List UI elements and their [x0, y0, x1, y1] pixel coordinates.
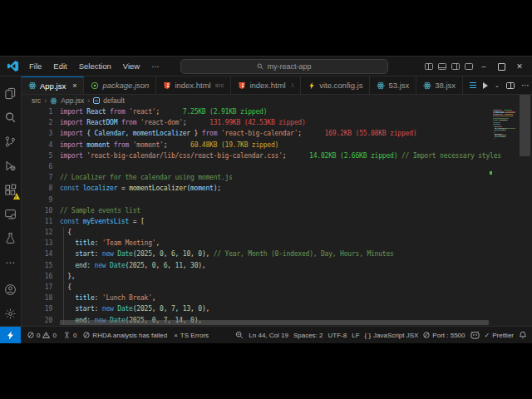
line-number[interactable]: 9 — [22, 195, 60, 205]
minimap[interactable] — [493, 110, 515, 139]
prettier-status[interactable]: ✓ Prettier — [485, 332, 515, 339]
remote-explorer-icon[interactable] — [0, 202, 22, 226]
settings-gear-icon[interactable] — [0, 302, 22, 326]
more-views-icon[interactable]: ⋯ — [0, 250, 22, 274]
code-editor[interactable]: 1import React from 'react'; 7.25KB (2.91… — [22, 106, 532, 326]
line-number[interactable]: 4 — [22, 140, 60, 150]
indentation-status[interactable]: Spaces: 2 — [293, 332, 323, 339]
line-number[interactable]: 18 — [22, 293, 60, 303]
menu-view[interactable]: View — [118, 60, 145, 72]
menu-file[interactable]: File — [24, 60, 47, 72]
rhda-status[interactable]: RHDA analysis has failed — [83, 332, 167, 339]
breadcrumb-file[interactable]: App.jsx — [61, 96, 84, 105]
code-line[interactable]: 19 start: new Date(2025, 0, 7, 13, 0), — [22, 303, 532, 314]
menu-more[interactable]: ⋯ — [146, 60, 165, 72]
tab-38-jsx[interactable]: 38.jsx — [416, 76, 463, 94]
maximize-button[interactable] — [498, 63, 505, 71]
line-number[interactable]: 17 — [22, 282, 60, 293]
line-number[interactable]: 5 — [22, 150, 60, 161]
line-number[interactable]: 7 — [22, 172, 60, 183]
code-line[interactable]: 6 — [22, 161, 532, 172]
gremlin-face-icon[interactable] — [470, 331, 480, 339]
ts-errors-status[interactable]: × TS Errors — [174, 332, 209, 339]
line-number[interactable]: 19 — [22, 303, 60, 314]
code-line[interactable]: 11const myEventsList = [ — [22, 216, 532, 227]
explorer-icon[interactable] — [0, 81, 22, 106]
breadcrumb-src[interactable]: src — [32, 96, 41, 105]
line-number[interactable]: 1 — [22, 106, 60, 117]
code-line[interactable]: 13 title: 'Team Meeting', — [22, 238, 532, 249]
menu-edit[interactable]: Edit — [48, 60, 71, 72]
problems-status[interactable]: 0 0 — [27, 332, 57, 339]
menu-selection[interactable]: Selection — [74, 60, 116, 72]
line-number[interactable]: 10 — [22, 205, 60, 216]
chevron-down-icon[interactable]: ⌄ — [495, 82, 500, 89]
code-line[interactable]: 9 — [22, 195, 532, 205]
language-label: JavaScript JSX — [373, 332, 418, 339]
tab-package-json[interactable]: package.json — [84, 76, 156, 94]
code-line[interactable]: 12 { — [22, 227, 532, 238]
code-line[interactable]: 18 title: 'Lunch Break', — [22, 293, 532, 303]
bell-icon[interactable] — [519, 331, 527, 339]
horizontal-scrollbar[interactable] — [60, 320, 489, 325]
tab-index-html-src[interactable]: index.html src — [156, 76, 231, 94]
account-icon[interactable] — [0, 278, 22, 302]
code-line[interactable]: 15 end: new Date(2025, 0, 6, 11, 30), — [22, 260, 532, 271]
search-sidebar-icon[interactable] — [0, 106, 22, 130]
encoding-status[interactable]: UTF-8 — [328, 332, 347, 339]
breadcrumb-symbol[interactable]: default — [103, 96, 125, 105]
command-center-search[interactable]: my-react-app — [180, 59, 388, 74]
code-line[interactable]: 8const localizer = momentLocalizer(momen… — [22, 183, 532, 194]
line-number[interactable]: 6 — [22, 161, 60, 172]
tab-app-jsx[interactable]: App.jsx × — [22, 76, 84, 94]
extensions-icon[interactable] — [0, 178, 22, 202]
code-line[interactable]: 4import moment from 'moment'; 60.48KB (1… — [22, 140, 532, 150]
split-editor-icon[interactable] — [506, 82, 515, 89]
testing-icon[interactable] — [0, 226, 22, 250]
line-number[interactable]: 3 — [22, 128, 60, 139]
code-line[interactable]: 17 { — [22, 282, 532, 293]
cursor-position[interactable]: Ln 44, Col 19 — [249, 332, 288, 339]
tab-vite-config[interactable]: vite.config.js — [301, 76, 370, 94]
tab-53-jsx[interactable]: 53.jsx — [370, 76, 416, 94]
live-server-port[interactable]: Port : 5500 — [423, 332, 465, 339]
toggle-sidebar-icon[interactable] — [425, 63, 433, 70]
toggle-secondary-sidebar-icon[interactable] — [451, 63, 460, 70]
minimize-button[interactable]: – — [478, 62, 490, 71]
eol-status[interactable]: LF — [352, 332, 359, 339]
language-mode[interactable]: { } JavaScript JSX — [365, 332, 419, 339]
close-button[interactable]: ✕ — [514, 62, 525, 71]
ports-status[interactable]: 0 — [63, 332, 76, 339]
code-line[interactable]: 3import { Calendar, momentLocalizer } fr… — [22, 128, 532, 139]
line-number[interactable]: 15 — [22, 260, 60, 271]
line-number[interactable]: 14 — [22, 249, 60, 259]
code-line[interactable]: 16 }, — [22, 271, 532, 282]
code-line[interactable]: 14 start: new Date(2025, 0, 6, 10, 0), /… — [22, 249, 532, 259]
vertical-scrollbar[interactable] — [520, 95, 530, 156]
tab-index-html-root[interactable]: index.html .\ — [231, 76, 301, 94]
error-count: 0 — [37, 332, 40, 339]
toggle-panel-icon[interactable] — [438, 63, 446, 70]
remote-indicator[interactable] — [0, 327, 21, 343]
code-line[interactable]: 5import 'react-big-calendar/lib/css/reac… — [22, 150, 532, 161]
code-line[interactable]: 2import ReactDOM from 'react-dom'; 131.9… — [22, 117, 532, 128]
customize-layout-icon[interactable] — [465, 63, 473, 70]
line-number[interactable]: 2 — [22, 117, 60, 128]
line-number[interactable]: 8 — [22, 183, 60, 194]
tab-close-icon[interactable]: × — [72, 81, 76, 90]
run-debug-icon[interactable] — [0, 154, 22, 178]
code-line[interactable]: 1import React from 'react'; 7.25KB (2.91… — [22, 106, 532, 117]
extension-action-icon[interactable] — [470, 82, 476, 89]
source-control-icon[interactable] — [0, 130, 22, 154]
line-number[interactable]: 11 — [22, 216, 60, 227]
line-number[interactable]: 16 — [22, 271, 60, 282]
line-number[interactable]: 20 — [22, 315, 60, 326]
run-code-icon[interactable] — [483, 82, 488, 89]
editor-more-actions-icon[interactable]: ⋯ — [521, 81, 530, 90]
line-number[interactable]: 13 — [22, 238, 60, 249]
line-number[interactable]: 12 — [22, 227, 60, 238]
zoom-out-icon[interactable] — [235, 331, 244, 339]
code-line[interactable]: 7// Localizer for the calendar using mom… — [22, 172, 532, 183]
code-text: { — [60, 227, 71, 238]
code-line[interactable]: 10// Sample events list — [22, 205, 532, 216]
